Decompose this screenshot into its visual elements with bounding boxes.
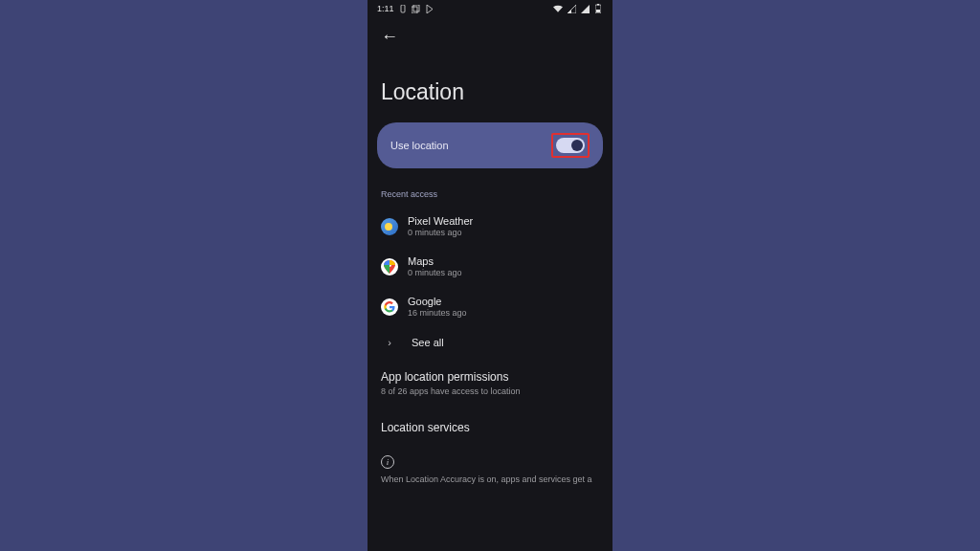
- app-name: Google: [408, 295, 467, 308]
- status-time: 1:11: [377, 4, 394, 13]
- page-title: Location: [368, 47, 612, 122]
- svg-rect-1: [412, 7, 417, 13]
- status-left: 1:11: [377, 4, 434, 13]
- play-store-icon: [425, 4, 434, 13]
- info-text: When Location Accuracy is on, apps and s…: [368, 471, 612, 486]
- use-location-label: Use location: [390, 140, 449, 151]
- google-icon: [381, 298, 398, 316]
- use-location-toggle[interactable]: [556, 138, 585, 153]
- svg-rect-0: [401, 5, 405, 12]
- signal-icon: [567, 4, 576, 13]
- app-text: Google 16 minutes ago: [408, 295, 467, 320]
- svg-rect-2: [413, 5, 419, 11]
- copy-icon: [412, 4, 421, 13]
- info-icon: i: [381, 455, 394, 469]
- maps-icon: [381, 258, 398, 276]
- see-all-row[interactable]: › See all: [368, 327, 612, 358]
- toggle-highlight: [551, 133, 590, 158]
- status-right: [553, 4, 603, 13]
- permissions-sub: 8 of 26 apps have access to location: [381, 386, 599, 398]
- recent-access-header: Recent access: [368, 168, 612, 207]
- app-text: Pixel Weather 0 minutes ago: [408, 214, 473, 239]
- battery-icon: [593, 4, 603, 13]
- notification-icon: [398, 4, 408, 13]
- nav-back-row: ←: [368, 15, 612, 47]
- services-title: Location services: [381, 420, 599, 436]
- wifi-icon: [553, 4, 563, 13]
- chevron-right-icon: ›: [381, 337, 398, 348]
- recent-app-google[interactable]: Google 16 minutes ago: [368, 287, 612, 327]
- status-bar: 1:11: [368, 0, 612, 15]
- app-location-permissions[interactable]: App location permissions 8 of 26 apps ha…: [368, 358, 612, 408]
- location-services[interactable]: Location services: [368, 408, 612, 448]
- see-all-label: See all: [412, 337, 444, 348]
- svg-rect-4: [597, 4, 599, 6]
- back-arrow-icon[interactable]: ←: [381, 27, 398, 46]
- app-time: 0 minutes ago: [408, 228, 473, 239]
- phone-frame: 1:11 ←: [368, 0, 612, 551]
- recent-app-pixel-weather[interactable]: Pixel Weather 0 minutes ago: [368, 207, 612, 247]
- permissions-title: App location permissions: [381, 369, 599, 386]
- app-time: 16 minutes ago: [408, 308, 467, 320]
- pixel-weather-icon: [381, 218, 398, 235]
- app-name: Maps: [408, 254, 462, 268]
- svg-rect-5: [596, 10, 600, 12]
- app-time: 0 minutes ago: [408, 268, 462, 279]
- app-text: Maps 0 minutes ago: [408, 254, 462, 279]
- toggle-knob: [571, 140, 583, 151]
- use-location-card[interactable]: Use location: [377, 122, 603, 168]
- signal-icon-2: [580, 4, 590, 13]
- app-name: Pixel Weather: [408, 214, 473, 228]
- recent-app-maps[interactable]: Maps 0 minutes ago: [368, 247, 612, 287]
